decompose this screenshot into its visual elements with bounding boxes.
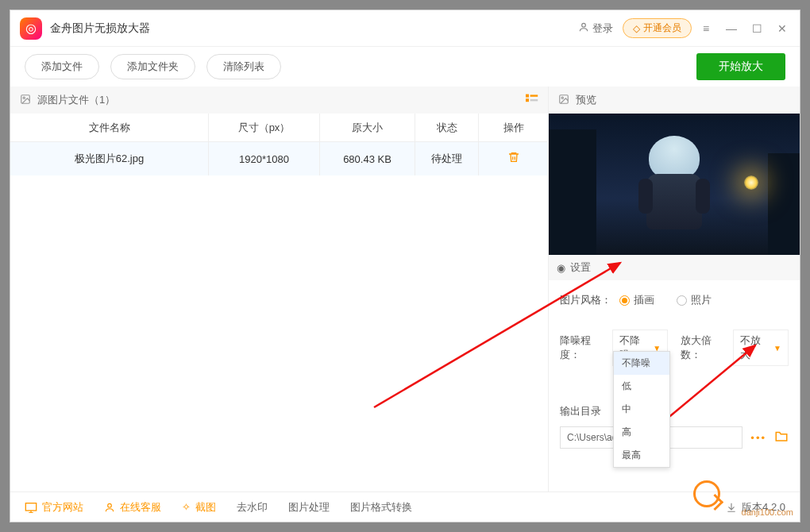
- cell-size: 1920*1080: [209, 142, 320, 175]
- col-orig: 原大小: [320, 114, 415, 141]
- right-panel: 预览 ◉ 设置 图片风格： 插画: [549, 87, 800, 492]
- minimize-icon[interactable]: —: [720, 17, 742, 40]
- sb-screenshot-label: 截图: [195, 500, 216, 515]
- col-name: 文件名称: [10, 114, 209, 141]
- image-icon: [558, 94, 569, 107]
- svg-point-0: [582, 23, 586, 27]
- sb-version-label: 版本4.2.0: [742, 500, 785, 515]
- sb-watermark[interactable]: 去水印: [237, 500, 268, 515]
- noise-option[interactable]: 中: [614, 398, 669, 421]
- diamond-icon: ◇: [633, 23, 640, 34]
- close-icon[interactable]: ✕: [771, 17, 793, 40]
- col-status: 状态: [415, 114, 479, 141]
- sb-version: 版本4.2.0: [726, 500, 785, 515]
- toolbar: 添加文件 添加文件夹 清除列表 开始放大: [10, 47, 800, 87]
- svg-point-8: [561, 97, 563, 98]
- sb-process[interactable]: 图片处理: [288, 500, 330, 515]
- cell-orig: 680.43 KB: [320, 142, 415, 175]
- start-enlarge-button[interactable]: 开始放大: [696, 53, 785, 80]
- add-folder-button[interactable]: 添加文件夹: [110, 54, 195, 79]
- preview-header: 预览: [549, 87, 800, 114]
- vip-label: 开通会员: [643, 21, 681, 35]
- delete-icon[interactable]: [507, 151, 520, 167]
- clear-list-button[interactable]: 清除列表: [206, 54, 281, 79]
- titlebar: ◎ 金舟图片无损放大器 登录 ◇ 开通会员 ≡ — ☐ ✕: [10, 10, 800, 47]
- svg-point-12: [108, 503, 112, 507]
- col-action: 操作: [479, 114, 548, 141]
- table-row[interactable]: 极光图片62.jpg 1920*1080 680.43 KB 待处理: [10, 142, 548, 175]
- login-label: 登录: [592, 21, 613, 36]
- chevron-down-icon: ▼: [773, 344, 781, 353]
- login-button[interactable]: 登录: [572, 18, 619, 39]
- cell-status: 待处理: [415, 142, 479, 175]
- image-icon: [20, 94, 31, 107]
- noise-option[interactable]: 高: [614, 421, 669, 444]
- sb-website[interactable]: 官方网站: [25, 500, 83, 515]
- radio-off-icon: [677, 295, 687, 306]
- source-panel-title: 源图片文件（1）: [37, 93, 115, 107]
- svg-rect-5: [530, 94, 538, 96]
- sb-website-label: 官方网站: [42, 500, 83, 515]
- vip-button[interactable]: ◇ 开通会员: [623, 18, 692, 38]
- annotation-arrow-icon: [366, 249, 636, 415]
- main-body: 源图片文件（1） 文件名称 尺寸（px） 原大小 状态 操作 极光图片62.jp…: [10, 87, 800, 492]
- noise-dropdown: 不降噪 低 中 高 最高: [613, 351, 670, 468]
- svg-rect-6: [530, 99, 538, 101]
- sb-convert[interactable]: 图片格式转换: [350, 500, 412, 515]
- menu-icon[interactable]: ≡: [695, 17, 717, 40]
- noise-option[interactable]: 最高: [614, 444, 669, 467]
- app-title: 金舟图片无损放大器: [50, 21, 572, 36]
- source-panel-header: 源图片文件（1）: [10, 87, 548, 114]
- sb-watermark-label: 去水印: [237, 500, 268, 515]
- view-toggle-icon[interactable]: [526, 94, 538, 107]
- svg-rect-3: [526, 94, 529, 97]
- sb-screenshot[interactable]: ✧ 截图: [182, 500, 216, 515]
- noise-option[interactable]: 低: [614, 375, 669, 398]
- svg-rect-4: [526, 98, 529, 102]
- folder-icon[interactable]: [774, 430, 789, 446]
- sb-convert-label: 图片格式转换: [350, 500, 412, 515]
- settings-body: 图片风格： 插画 照片 降噪程度： 不降噪 ▼: [549, 280, 800, 492]
- maximize-icon[interactable]: ☐: [746, 17, 768, 40]
- sb-process-label: 图片处理: [288, 500, 330, 515]
- statusbar: 官方网站 在线客服 ✧ 截图 去水印 图片处理 图片格式转换 版本4.2.0: [10, 492, 800, 522]
- style-photo-label: 照片: [691, 293, 712, 307]
- svg-point-2: [23, 97, 25, 98]
- svg-line-9: [374, 263, 620, 407]
- sb-support-label: 在线客服: [120, 500, 161, 515]
- table-header: 文件名称 尺寸（px） 原大小 状态 操作: [10, 114, 548, 142]
- add-file-button[interactable]: 添加文件: [25, 54, 99, 79]
- preview-title: 预览: [576, 93, 596, 107]
- cell-name: 极光图片62.jpg: [10, 142, 209, 175]
- app-window: ◎ 金舟图片无损放大器 登录 ◇ 开通会员 ≡ — ☐ ✕ 添加文件 添加文件夹…: [10, 10, 800, 522]
- style-photo-radio[interactable]: 照片: [677, 293, 712, 307]
- user-icon: [578, 21, 589, 35]
- svg-rect-11: [25, 503, 36, 510]
- col-size: 尺寸（px）: [209, 114, 320, 141]
- preview-image: [549, 114, 800, 255]
- app-logo-icon: ◎: [20, 17, 42, 40]
- sb-support[interactable]: 在线客服: [104, 500, 161, 515]
- scissors-icon: ✧: [182, 501, 191, 513]
- noise-option[interactable]: 不降噪: [614, 352, 669, 375]
- titlebar-actions: 登录 ◇ 开通会员 ≡ — ☐ ✕: [572, 17, 793, 40]
- style-illustration-label: 插画: [634, 293, 654, 307]
